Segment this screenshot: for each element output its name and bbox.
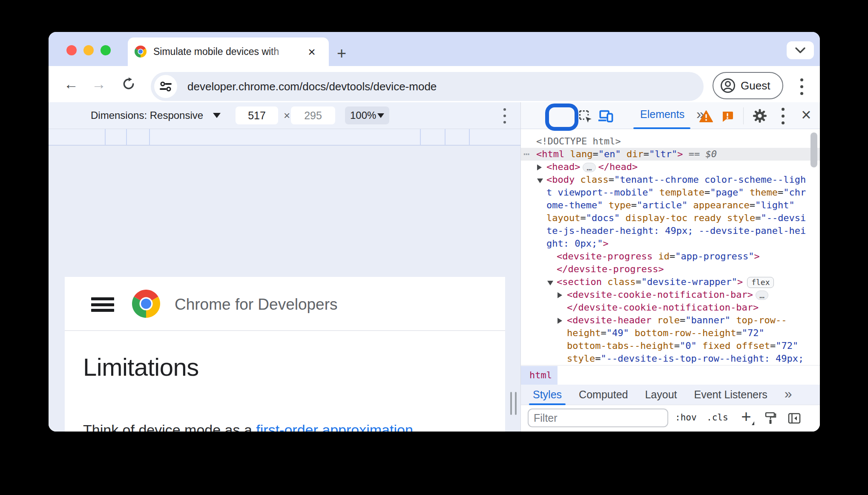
dock-panel-icon: [788, 413, 801, 424]
hamburger-menu-icon[interactable]: [91, 297, 114, 312]
dom-node-text: >: [603, 238, 608, 249]
styles-filter-input[interactable]: Filter: [528, 409, 668, 427]
expand-arrow-icon[interactable]: [537, 164, 542, 170]
viewport-height-input[interactable]: 295: [291, 106, 335, 124]
dom-node-text: appearance: [693, 200, 749, 210]
dom-tree-line[interactable]: height="49" bottom-row--height="72": [521, 327, 820, 340]
browser-menu-button[interactable]: [793, 77, 810, 96]
devtools-menu-button[interactable]: [775, 106, 791, 125]
collapsed-children-ellipsis-button[interactable]: …: [756, 291, 768, 300]
dom-tree-line[interactable]: <devsite-progress id="app-progress">: [521, 250, 820, 263]
toggle-hover-state-button[interactable]: :hov: [675, 412, 697, 423]
issues-button[interactable]: [719, 109, 736, 124]
device-toolbar-options-button[interactable]: [497, 106, 513, 125]
new-tab-button[interactable]: +: [332, 44, 351, 63]
dom-node-text: type: [609, 200, 631, 210]
dom-tree-line[interactable]: bottom-tabs--height="0" fixed offset="72…: [521, 340, 820, 352]
tab-search-chevron-button[interactable]: [787, 41, 814, 59]
viewport-resize-handle-right[interactable]: [510, 392, 517, 415]
dom-node-text: id: [658, 251, 670, 262]
dom-tree-line[interactable]: <devsite-cookie-notification-bar>…: [521, 288, 820, 301]
browser-tab[interactable]: Simulate mobile devices with ×: [128, 37, 329, 66]
dom-tree-line[interactable]: ome-theme" type="article" appearance="li…: [521, 199, 820, 212]
tab-elements[interactable]: Elements: [640, 108, 684, 121]
macos-minimize-button[interactable]: [83, 45, 94, 55]
dom-tree-line[interactable]: ght: 0px;">: [521, 237, 820, 250]
dom-node-text: [697, 340, 702, 351]
tab-close-icon[interactable]: ×: [304, 45, 319, 60]
tab-layout[interactable]: Layout: [645, 389, 677, 401]
dom-tree-line[interactable]: <section class="devsite-wrapper">flex: [521, 276, 820, 288]
omnibox[interactable]: developer.chrome.com/docs/devtools/devic…: [151, 72, 704, 101]
tab-styles[interactable]: Styles: [533, 389, 562, 401]
device-toolbar-toggle-button[interactable]: [597, 107, 615, 124]
back-button[interactable]: ←: [63, 75, 80, 92]
dom-node-text: <head>: [546, 161, 580, 172]
guest-label: Guest: [741, 79, 770, 92]
chrome-logo-icon: [132, 290, 160, 318]
dimensions-times-separator: ×: [284, 109, 290, 122]
dom-node-text: offset: [736, 340, 770, 351]
collapse-arrow-icon[interactable]: [547, 281, 553, 285]
toggle-element-classes-button[interactable]: .cls: [707, 412, 728, 423]
flex-badge[interactable]: flex: [747, 277, 774, 288]
collapse-arrow-icon[interactable]: [537, 178, 543, 183]
dom-tree[interactable]: <!DOCTYPE html>…<html lang="en" dir="ltr…: [521, 129, 820, 365]
computed-panel-toggle-button[interactable]: [786, 410, 803, 426]
dom-node-text: dir: [627, 149, 644, 159]
dom-node-text: =: [680, 315, 685, 325]
inline-link[interactable]: first-order approximation: [256, 422, 413, 432]
forward-button[interactable]: →: [90, 75, 107, 92]
dom-node-text: te-js-header-height: 49px; --devsite-pan…: [546, 225, 806, 236]
inspect-element-button[interactable]: [577, 108, 593, 124]
warnings-button[interactable]: [697, 108, 715, 124]
rendering-emulation-button[interactable]: [762, 410, 779, 426]
paint-roller-icon: [765, 412, 776, 425]
site-settings-button[interactable]: [154, 75, 177, 98]
dom-node-text: =: [704, 187, 710, 198]
dom-node-text: </head>: [598, 161, 638, 172]
dom-node-text: [730, 340, 736, 351]
tab-event-listeners[interactable]: Event Listeners: [694, 389, 767, 401]
dom-tree-line[interactable]: t viewport--mobile" template="page" them…: [521, 186, 820, 199]
collapsed-children-ellipsis-button[interactable]: …: [583, 163, 595, 172]
zoom-caret-icon: [377, 113, 384, 118]
dom-tree-line[interactable]: style="--devsite-is-top-row--height: 49p…: [521, 352, 820, 365]
dom-tree-line[interactable]: layout="docs" display-toc ready style="-…: [521, 212, 820, 224]
breadcrumb-item-html[interactable]: html: [521, 366, 558, 385]
browser-window: Simulate mobile devices with × + ← →: [49, 32, 820, 432]
dom-tree-line[interactable]: te-js-header-height: 49px; --devsite-pan…: [521, 224, 820, 237]
dom-tree-line[interactable]: <!DOCTYPE html>: [521, 135, 820, 148]
inspect-cursor-icon: [578, 109, 592, 123]
media-query-bar[interactable]: [49, 129, 520, 146]
dom-tree-line[interactable]: <devsite-header role="banner" top-row--: [521, 314, 820, 327]
macos-zoom-button[interactable]: [101, 45, 111, 55]
url-text[interactable]: developer.chrome.com/docs/devtools/devic…: [187, 80, 437, 93]
dom-tree-line[interactable]: </devsite-progress>: [521, 263, 820, 276]
dom-node-text: "docs": [586, 213, 620, 223]
tab-title-fade: [268, 43, 307, 62]
dom-tree-line[interactable]: …<html lang="en" dir="ltr"> == $0: [521, 148, 820, 161]
dom-node-text: display-toc: [625, 213, 687, 223]
devtools-settings-button[interactable]: [751, 107, 769, 124]
dom-tree-line[interactable]: <body class="tenant--chrome color-scheme…: [521, 173, 820, 186]
profile-button[interactable]: Guest: [713, 72, 783, 99]
dom-tree-line[interactable]: <head>…</head>: [521, 161, 820, 173]
dimensions-select[interactable]: Dimensions: Responsive: [91, 109, 203, 121]
dom-node-text: ome-theme": [546, 200, 603, 210]
dom-tree-line[interactable]: </devsite-cookie-notification-bar>: [521, 301, 820, 314]
devtools-close-button[interactable]: ×: [798, 105, 815, 124]
expand-arrow-icon[interactable]: [558, 318, 562, 324]
dom-node-text: >: [737, 276, 743, 287]
dom-node-text: ==: [683, 149, 705, 159]
reload-button[interactable]: [119, 75, 138, 93]
expand-arrow-icon[interactable]: [558, 292, 562, 298]
zoom-select[interactable]: 100%: [345, 106, 389, 124]
page-heading: Limitations: [83, 353, 199, 381]
dom-tree-scrollbar[interactable]: [811, 132, 817, 167]
viewport-width-input[interactable]: 517: [236, 106, 278, 124]
guest-avatar-icon: [720, 78, 736, 93]
more-sidebar-tabs-chevron[interactable]: »: [785, 386, 792, 402]
tab-computed[interactable]: Computed: [579, 389, 628, 401]
macos-close-button[interactable]: [66, 45, 77, 55]
